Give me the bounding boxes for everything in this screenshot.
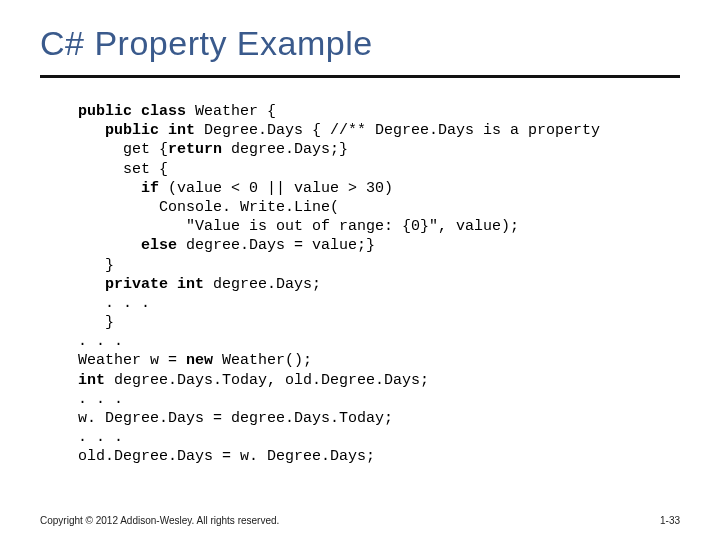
code-kw: if	[78, 180, 159, 197]
code-kw: return	[168, 141, 222, 158]
code-text: Degree.Days { //** Degree.Days is a prop…	[195, 122, 600, 139]
code-text: degree.Days.Today, old.Degree.Days;	[105, 372, 429, 389]
code-kw: public class	[78, 103, 186, 120]
code-text: . . .	[78, 391, 123, 408]
code-text: set {	[78, 161, 168, 178]
title-rule	[40, 75, 680, 78]
code-text: . . .	[78, 333, 123, 350]
code-kw: else	[78, 237, 177, 254]
slide-title: C# Property Example	[40, 24, 680, 63]
code-text: old.Degree.Days = w. Degree.Days;	[78, 448, 375, 465]
code-text: Console. Write.Line(	[78, 199, 339, 216]
code-text: Weather w =	[78, 352, 186, 369]
code-text: . . .	[78, 429, 123, 446]
code-kw: int	[78, 372, 105, 389]
code-text: degree.Days = value;}	[177, 237, 375, 254]
code-text: get {	[78, 141, 168, 158]
copyright-text: Copyright © 2012 Addison-Wesley. All rig…	[40, 515, 279, 526]
page-number: 1-33	[660, 515, 680, 526]
code-text: "Value is out of range: {0}", value);	[78, 218, 519, 235]
code-kw: new	[186, 352, 213, 369]
code-text: (value < 0 || value > 30)	[159, 180, 393, 197]
code-text: degree.Days;}	[222, 141, 348, 158]
code-kw: private int	[78, 276, 204, 293]
code-text: . . .	[78, 295, 150, 312]
code-text: Weather {	[186, 103, 276, 120]
code-text: w. Degree.Days = degree.Days.Today;	[78, 410, 393, 427]
code-kw: public int	[78, 122, 195, 139]
code-text: Weather();	[213, 352, 312, 369]
code-block: public class Weather { public int Degree…	[78, 102, 680, 467]
code-text: }	[78, 257, 114, 274]
footer: Copyright © 2012 Addison-Wesley. All rig…	[40, 515, 680, 526]
code-text: degree.Days;	[204, 276, 321, 293]
code-text: }	[78, 314, 114, 331]
slide: C# Property Example public class Weather…	[0, 0, 720, 540]
